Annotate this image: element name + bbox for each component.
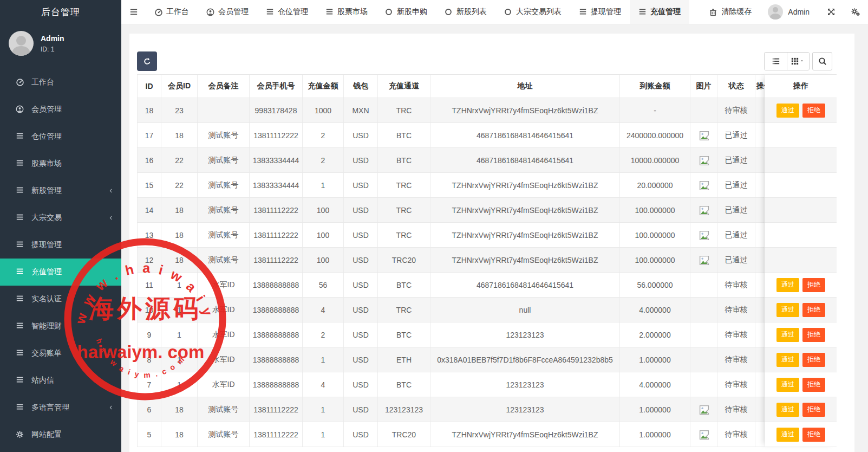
- cell-member_id: 18: [161, 223, 198, 247]
- reject-button[interactable]: 拒绝: [802, 104, 825, 118]
- settings-button[interactable]: [843, 8, 868, 16]
- topnav-item-4[interactable]: 股票市场: [317, 0, 376, 24]
- sidebar-item-11[interactable]: 交易账单: [0, 340, 121, 367]
- list-icon: [16, 159, 24, 168]
- approve-button[interactable]: 通过: [776, 378, 799, 392]
- cell-channel: BTC: [378, 273, 430, 297]
- reject-button[interactable]: 拒绝: [802, 303, 825, 317]
- sidebar-item-8[interactable]: 充值管理: [0, 259, 121, 286]
- list-icon: [579, 8, 587, 16]
- cell-id: 8: [137, 347, 161, 372]
- cell-id: 17: [137, 123, 161, 147]
- operation-cell: 通过拒绝: [765, 372, 837, 397]
- broken-image-icon[interactable]: [698, 404, 710, 415]
- topnav-item-6[interactable]: 新股列表: [436, 0, 495, 24]
- topnav-item-label: 股票市场: [337, 7, 368, 17]
- cell-remark: [198, 98, 250, 122]
- broken-image-icon[interactable]: [698, 205, 710, 216]
- approve-button[interactable]: 通过: [776, 278, 799, 292]
- reject-button[interactable]: 拒绝: [802, 353, 825, 367]
- cell-image: [690, 322, 717, 347]
- topnav-item-label: 提现管理: [591, 7, 621, 17]
- topnav-item-2[interactable]: 会员管理: [198, 0, 257, 24]
- sidebar-item-1[interactable]: 工作台: [0, 69, 121, 96]
- refresh-button[interactable]: [137, 51, 157, 71]
- sidebar-item-9[interactable]: 实名认证: [0, 286, 121, 313]
- fullscreen-icon: [827, 8, 836, 16]
- cell-remark: 测试账号: [198, 223, 250, 247]
- approve-button[interactable]: 通过: [776, 403, 799, 417]
- hamburger-menu-button[interactable]: [121, 0, 146, 24]
- user-icon: [16, 105, 24, 114]
- fullscreen-button[interactable]: [819, 8, 843, 16]
- broken-image-icon[interactable]: [698, 255, 710, 266]
- cell-received: 4.000000: [620, 298, 690, 322]
- cell-status: 已通过: [717, 123, 755, 147]
- clear-cache-button[interactable]: 清除缓存: [701, 7, 760, 17]
- list-icon: [16, 376, 24, 385]
- reject-button[interactable]: 拒绝: [802, 378, 825, 392]
- cogs-icon: [851, 8, 860, 16]
- topnav-item-3[interactable]: 仓位管理: [257, 0, 317, 24]
- cell-wallet: USD: [344, 223, 378, 247]
- approve-button[interactable]: 通过: [776, 328, 799, 342]
- sidebar-item-7[interactable]: 提现管理: [0, 231, 121, 259]
- topnav-item-5[interactable]: 新股申购: [376, 0, 436, 24]
- cell-status: 待审核: [717, 98, 755, 122]
- approve-button[interactable]: 通过: [776, 104, 799, 118]
- table-row: 182399831784281000MXNTRCTZHNrxVwjYRRt7y4…: [137, 98, 772, 123]
- topnav-item-8[interactable]: 提现管理: [570, 0, 630, 24]
- cell-amount: 4: [303, 298, 344, 322]
- broken-image-icon[interactable]: [698, 429, 710, 440]
- reject-button[interactable]: 拒绝: [802, 328, 825, 342]
- cell-channel: BTC: [378, 322, 430, 347]
- cell-wallet: USD: [344, 397, 378, 422]
- sidebar-item-label: 工作台: [31, 78, 54, 87]
- cell-channel: TRC20: [378, 248, 430, 272]
- cell-amount: 1: [303, 347, 344, 372]
- sidebar-item-3[interactable]: 仓位管理: [0, 123, 121, 150]
- topnav-item-9[interactable]: 充值管理: [630, 0, 689, 24]
- cell-id: 5: [137, 422, 161, 447]
- table-row: 111水军ID1388888888856USDBTC46871861684814…: [137, 273, 772, 298]
- broken-image-icon[interactable]: [698, 230, 710, 241]
- topnav-item-1[interactable]: 工作台: [146, 0, 198, 24]
- cell-received: -: [620, 98, 690, 122]
- broken-image-icon[interactable]: [698, 130, 710, 141]
- approve-button[interactable]: 通过: [776, 428, 799, 442]
- broken-image-icon[interactable]: [698, 155, 710, 166]
- approve-button[interactable]: 通过: [776, 353, 799, 367]
- navbar-avatar[interactable]: [768, 4, 783, 20]
- sidebar-item-12[interactable]: 站内信: [0, 367, 121, 394]
- sidebar-item-2[interactable]: 会员管理: [0, 96, 121, 123]
- sidebar-item-14[interactable]: 网站配置: [0, 421, 121, 448]
- cell-wallet: USD: [344, 198, 378, 222]
- reject-button[interactable]: 拒绝: [802, 428, 825, 442]
- broken-image-icon[interactable]: [698, 180, 710, 191]
- grid-view-button[interactable]: [787, 53, 809, 70]
- dashboard-icon: [16, 78, 24, 87]
- reject-button[interactable]: 拒绝: [802, 403, 825, 417]
- sidebar-item-label: 会员管理: [31, 105, 62, 114]
- operation-cell: [765, 148, 837, 173]
- sidebar-item-13[interactable]: 多语言管理: [0, 394, 121, 421]
- reject-button[interactable]: 拒绝: [802, 278, 825, 292]
- sidebar-item-5[interactable]: 新股管理: [0, 177, 121, 204]
- sidebar-item-6[interactable]: 大宗交易: [0, 204, 121, 231]
- sidebar-item-10[interactable]: 智能理财: [0, 313, 121, 340]
- view-toggle-group: [764, 52, 810, 70]
- cell-phone: 13888888888: [250, 372, 303, 397]
- topnav-item-7[interactable]: 大宗交易列表: [495, 0, 570, 24]
- column-header-remark: 会员备注: [198, 75, 250, 98]
- search-button[interactable]: [812, 52, 832, 70]
- list-icon: [16, 132, 24, 141]
- cell-image: [690, 148, 717, 172]
- approve-button[interactable]: 通过: [776, 303, 799, 317]
- sidebar-item-4[interactable]: 股票市场: [0, 150, 121, 177]
- list-view-button[interactable]: [765, 53, 787, 70]
- cell-phone: 13833334444: [250, 148, 303, 172]
- column-header-address: 地址: [430, 75, 620, 98]
- navbar-admin-label: Admin: [788, 8, 819, 16]
- cell-member_id: 18: [161, 248, 198, 272]
- sidebar-item-label: 股票市场: [31, 159, 62, 169]
